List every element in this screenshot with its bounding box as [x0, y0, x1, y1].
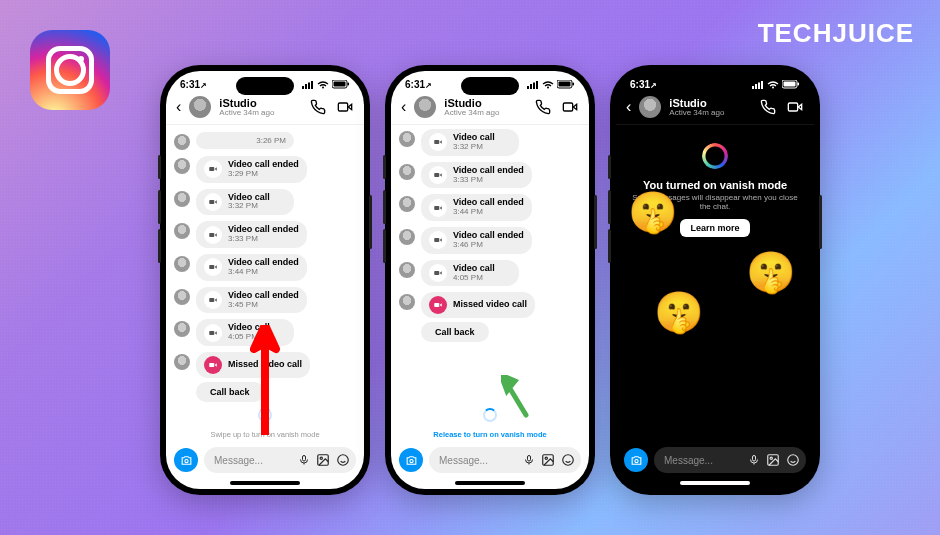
- message-row: Video call3:32 PM: [174, 189, 356, 216]
- message-input[interactable]: Message...: [429, 447, 581, 473]
- chat-user-name: iStudio: [219, 98, 302, 109]
- signal-icon: [752, 81, 764, 89]
- message-input[interactable]: Message...: [654, 447, 806, 473]
- swipe-hint: Swipe up to turn on vanish mode: [174, 430, 356, 439]
- wifi-icon: [317, 81, 329, 89]
- dynamic-island: [236, 77, 294, 95]
- wifi-icon: [767, 81, 779, 89]
- back-button[interactable]: ‹: [401, 98, 406, 116]
- message-row: Video call4:05 PM: [174, 319, 356, 346]
- chat-body[interactable]: Video call3:32 PM Video call ended3:33 P…: [391, 125, 589, 441]
- loading-spinner: [483, 408, 497, 422]
- brand-logo-text: TECHJUICE: [758, 18, 914, 49]
- svg-rect-12: [209, 265, 214, 269]
- gallery-icon[interactable]: [316, 453, 330, 467]
- svg-point-50: [634, 459, 637, 462]
- svg-rect-8: [338, 103, 347, 111]
- camera-button[interactable]: [174, 448, 198, 472]
- camera-button[interactable]: [624, 448, 648, 472]
- phone-mock-1: 6:31↗ ‹ iStudio Active 34m ago: [160, 65, 370, 495]
- shush-emoji-icon: 🤫: [654, 289, 704, 336]
- svg-rect-6: [334, 82, 346, 87]
- audio-call-icon[interactable]: [760, 99, 776, 115]
- chat-user-info[interactable]: iStudio Active 34m ago: [444, 98, 527, 117]
- message-row: Missed video call: [399, 292, 581, 318]
- home-indicator[interactable]: [455, 481, 525, 485]
- dynamic-island: [461, 77, 519, 95]
- chat-body[interactable]: 3:26 PM Video call ended3:29 PM Video ca…: [166, 125, 364, 441]
- learn-more-button[interactable]: Learn more: [680, 219, 749, 237]
- chat-user-status: Active 34m ago: [219, 109, 302, 117]
- chat-user-info[interactable]: iStudio Active 34m ago: [669, 98, 752, 117]
- mic-icon[interactable]: [298, 453, 310, 467]
- svg-point-39: [545, 457, 547, 459]
- svg-rect-27: [559, 82, 571, 87]
- svg-rect-14: [209, 331, 214, 335]
- svg-rect-1: [305, 84, 307, 89]
- mic-icon[interactable]: [523, 453, 535, 467]
- video-call-icon[interactable]: [561, 99, 579, 115]
- callback-button[interactable]: Call back: [196, 382, 264, 402]
- signal-icon: [527, 81, 539, 89]
- audio-call-icon[interactable]: [310, 99, 326, 115]
- message-input[interactable]: Message...: [204, 447, 356, 473]
- chat-user-info[interactable]: iStudio Active 34m ago: [219, 98, 302, 117]
- sticker-icon[interactable]: [561, 453, 575, 467]
- svg-rect-9: [209, 167, 214, 171]
- home-indicator[interactable]: [230, 481, 300, 485]
- gallery-icon[interactable]: [766, 453, 780, 467]
- mic-icon[interactable]: [748, 453, 760, 467]
- callback-button[interactable]: Call back: [421, 322, 489, 342]
- back-button[interactable]: ‹: [626, 98, 631, 116]
- message-row: Video call3:32 PM: [399, 129, 581, 156]
- camera-button[interactable]: [399, 448, 423, 472]
- message-row: Missed video call: [174, 352, 356, 378]
- svg-rect-37: [528, 456, 531, 462]
- svg-rect-28: [573, 83, 575, 86]
- svg-rect-31: [434, 173, 439, 177]
- avatar[interactable]: [414, 96, 436, 118]
- message-row: Video call ended3:44 PM: [399, 194, 581, 221]
- svg-point-20: [338, 455, 349, 466]
- instagram-badge-icon: [30, 30, 110, 110]
- video-call-icon[interactable]: [786, 99, 804, 115]
- video-call-icon[interactable]: [336, 99, 354, 115]
- svg-point-16: [184, 459, 187, 462]
- phone-mock-3: 6:31↗ ‹ iStudio Active 34m ago: [610, 65, 820, 495]
- svg-rect-34: [434, 271, 439, 275]
- message-placeholder: Message...: [439, 455, 488, 466]
- sticker-icon[interactable]: [786, 453, 800, 467]
- audio-call-icon[interactable]: [535, 99, 551, 115]
- home-indicator[interactable]: [680, 481, 750, 485]
- message-row: Video call ended3:33 PM: [399, 162, 581, 189]
- loading-spinner: [258, 408, 272, 422]
- avatar[interactable]: [639, 96, 661, 118]
- svg-rect-7: [348, 83, 350, 86]
- svg-rect-21: [527, 86, 529, 89]
- svg-point-54: [788, 455, 799, 466]
- svg-rect-33: [434, 238, 439, 242]
- svg-rect-10: [209, 200, 214, 204]
- back-button[interactable]: ‹: [176, 98, 181, 116]
- message-row: Video call ended3:46 PM: [399, 227, 581, 254]
- chat-body[interactable]: You turned on vanish mode Seen messages …: [616, 125, 814, 441]
- message-row: Video call ended3:44 PM: [174, 254, 356, 281]
- shush-emoji-icon: 🤫: [628, 189, 678, 236]
- dynamic-island: [686, 77, 744, 95]
- svg-rect-49: [788, 103, 797, 111]
- svg-rect-15: [209, 363, 214, 367]
- gallery-icon[interactable]: [541, 453, 555, 467]
- svg-rect-22: [530, 84, 532, 89]
- svg-rect-0: [302, 86, 304, 89]
- sticker-icon[interactable]: [336, 453, 350, 467]
- svg-point-53: [770, 457, 772, 459]
- phone-mock-2: 6:31↗ ‹ iStudio Active 34m ago: [385, 65, 595, 495]
- svg-rect-47: [784, 82, 796, 87]
- shush-emoji-icon: 🤫: [746, 249, 796, 296]
- message-row: Video call4:05 PM: [399, 260, 581, 287]
- svg-rect-41: [752, 86, 754, 89]
- avatar[interactable]: [189, 96, 211, 118]
- message-placeholder: Message...: [664, 455, 713, 466]
- svg-point-4: [322, 86, 324, 88]
- message-row: Video call ended3:33 PM: [174, 221, 356, 248]
